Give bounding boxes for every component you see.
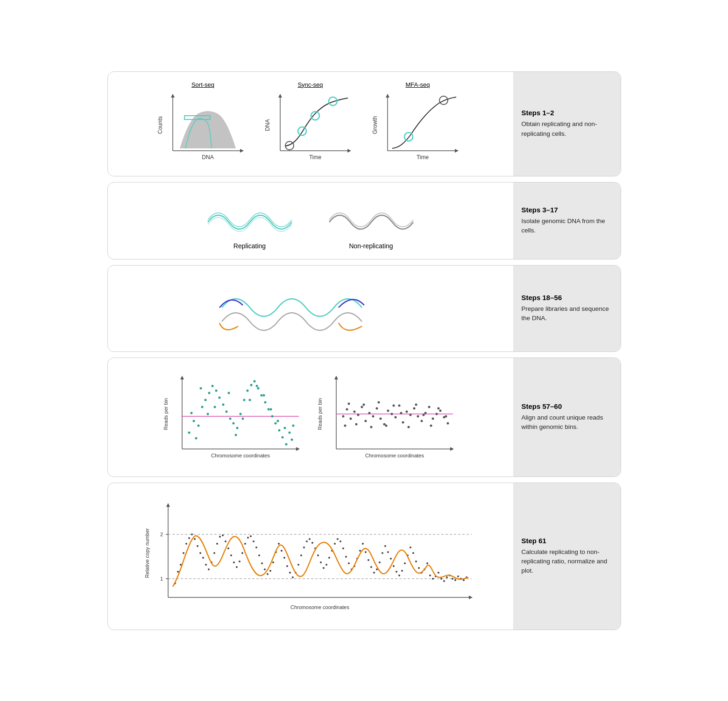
svg-point-96 [379,417,382,420]
svg-point-104 [409,414,411,416]
svg-point-56 [267,408,269,410]
svg-text:DNA: DNA [202,154,213,161]
svg-point-234 [432,578,434,580]
svg-marker-82 [450,447,454,451]
panel-2-desc: Isolate genomic DNA from the cells. [522,217,612,236]
svg-text:Reads per bin: Reads per bin [317,398,323,430]
svg-point-170 [253,540,254,542]
library-prep-svg [194,280,427,340]
svg-point-187 [300,554,302,556]
svg-point-188 [303,547,305,548]
svg-point-68 [213,406,216,408]
panel-5-steps: Step 61 [522,537,612,545]
panel-5-desc: Calculate replicating to non-replicating… [522,547,612,576]
svg-point-182 [286,565,288,567]
panel-5-left: Relative copy number Chromosome coordina… [108,483,513,630]
svg-point-93 [368,412,370,414]
svg-point-97 [383,423,385,425]
svg-point-73 [255,385,258,387]
svg-point-106 [417,415,419,417]
svg-point-75 [269,408,272,410]
svg-point-52 [253,380,255,382]
svg-point-55 [264,401,266,403]
svg-marker-81 [334,376,338,379]
svg-point-164 [236,566,238,568]
svg-point-194 [320,561,322,563]
svg-point-243 [457,575,459,577]
svg-point-48 [239,413,241,415]
svg-point-65 [195,437,197,439]
svg-point-224 [404,562,406,564]
svg-point-189 [306,540,308,542]
svg-point-47 [236,427,238,429]
svg-point-239 [446,576,448,578]
panel-5-right: Step 61 Calculate replicating to non-rep… [513,483,621,630]
svg-point-60 [281,436,283,438]
svg-text:1: 1 [160,576,163,582]
svg-point-191 [311,542,313,544]
panel-2-steps: Steps 3–17 [522,206,612,214]
mfa-seq-chart: MFA-seq Growth Time [371,81,465,165]
svg-point-115 [344,424,346,427]
svg-point-161 [227,547,229,549]
svg-point-72 [248,399,251,401]
svg-point-159 [222,534,224,536]
svg-point-201 [339,540,341,542]
svg-point-122 [392,404,395,407]
svg-point-229 [418,567,420,569]
panel-1-left: Sort-seq Counts DNA [108,72,513,176]
svg-point-220 [393,565,395,567]
svg-point-241 [452,578,453,580]
svg-text:Chromosome coordinates: Chromosome coordinates [211,453,270,458]
panel-4-desc: Align and count unique reads within geno… [522,413,612,432]
svg-point-219 [390,558,392,560]
svg-point-91 [360,406,363,408]
svg-point-184 [292,576,294,578]
svg-point-228 [415,561,417,562]
svg-point-49 [243,399,245,401]
svg-point-204 [348,562,350,564]
svg-point-226 [410,547,411,548]
panel-4-steps: Steps 57–60 [522,402,612,410]
main-container: Sort-seq Counts DNA [107,71,621,630]
svg-point-210 [365,551,367,553]
svg-point-181 [283,557,285,559]
svg-text:Chromosome coordinates: Chromosome coordinates [290,604,349,610]
svg-point-209 [362,543,364,545]
svg-marker-132 [166,503,170,507]
replicating-label: Replicating [233,242,266,250]
svg-point-154 [208,568,210,570]
svg-point-196 [325,564,327,566]
svg-point-109 [428,406,430,408]
svg-point-168 [247,537,249,539]
svg-point-50 [246,389,248,392]
svg-point-35 [192,420,195,422]
panel-2-left: Replicating Non-replicating [108,182,513,259]
panel-3-steps: Steps 18–56 [522,294,612,301]
svg-point-51 [250,384,252,386]
panel-1-right: Steps 1–2 Obtain replicating and non-rep… [513,72,621,176]
svg-point-40 [211,385,213,387]
svg-point-105 [413,407,415,409]
svg-point-193 [317,554,319,556]
svg-point-112 [439,409,441,412]
svg-point-111 [435,413,438,415]
sort-seq-chart: Sort-seq Counts DNA [156,81,250,165]
svg-point-117 [355,423,357,425]
panel-2-right: Steps 3–17 Isolate genomic DNA from the … [513,182,621,259]
svg-point-114 [446,422,449,424]
svg-point-100 [394,416,396,418]
svg-point-67 [206,413,209,415]
svg-point-242 [454,579,456,581]
svg-point-46 [232,422,234,424]
svg-point-152 [202,557,204,559]
mfa-seq-svg: Growth Time [371,90,465,165]
svg-point-78 [290,438,293,441]
svg-point-99 [390,413,393,415]
svg-point-53 [257,387,259,389]
svg-point-77 [283,427,286,429]
svg-point-167 [244,543,246,545]
svg-point-150 [197,545,198,547]
svg-marker-21 [386,94,389,98]
svg-point-174 [264,568,266,570]
